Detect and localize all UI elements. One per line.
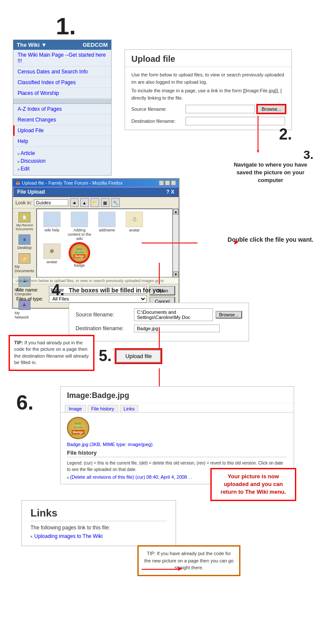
- filename-label: File name:: [16, 287, 46, 292]
- file-item-addname[interactable]: addname: [94, 212, 119, 232]
- left-icon-recent[interactable]: 📄 My Recent Documents: [15, 212, 34, 231]
- filled-form: Source filename: C:\Documents and Settin…: [69, 303, 249, 341]
- file-item-avatar1[interactable]: ☃ avatar: [122, 212, 147, 232]
- result-badge-icon: Wiki Guide Badge: [67, 417, 89, 439]
- scroll-down-btn[interactable]: ▼: [173, 271, 179, 277]
- wiki-header-right: GEDCOM: [83, 42, 108, 48]
- dest-input[interactable]: [185, 117, 285, 125]
- filled-source-row: Source filename: C:\Documents and Settin…: [76, 308, 242, 321]
- filled-source-value: C:\Documents and Settings\Caroline\My Do…: [134, 308, 213, 321]
- firefox-icon: 🦊: [15, 181, 20, 185]
- desktop-label: Desktop: [17, 246, 31, 250]
- browse-button-top[interactable]: Browse...: [258, 105, 285, 113]
- wiki-nav-census[interactable]: Census Dates and Search Info: [13, 67, 111, 77]
- nav-back[interactable]: ◄: [70, 198, 79, 207]
- wiki-header[interactable]: The Wiki ▼ GEDCOM: [13, 40, 111, 50]
- wiki-nav-worship[interactable]: Places of Worship: [13, 88, 111, 99]
- step3-text: Navigate to where you have saved the pic…: [228, 161, 313, 185]
- wiki-sidebar: The Wiki ▼ GEDCOM The Wiki Main Page --G…: [13, 39, 112, 176]
- file-item-badge[interactable]: Wiki Guide Badge badge: [67, 243, 92, 267]
- upload-panel-body: Use the form below to upload files, to v…: [125, 67, 292, 130]
- filled-dest-row: Destination filename: Badge.jpg: [76, 325, 242, 332]
- mydocs-label: My Documents: [15, 264, 34, 273]
- wiki-footer: Article Discussion Edit: [13, 147, 111, 175]
- addcontent-label: Adding content to the wiki: [67, 228, 92, 241]
- nav-folder[interactable]: 📁: [91, 198, 99, 207]
- file-dialog-close-hint: ? X: [166, 189, 174, 195]
- result-tabs: Image File history Links: [61, 403, 294, 413]
- step1-number: 1.: [56, 12, 76, 40]
- wiki-article-link[interactable]: Article: [18, 149, 107, 157]
- tip-box-1: TIP: If you had already put in the code …: [9, 335, 94, 371]
- file-dialog-toolbar: Look in: Guides ◄ ▲ 📁 ▦ 🔧: [13, 197, 179, 209]
- result-tab-history[interactable]: File history: [88, 405, 118, 412]
- tip1-label: TIP:: [14, 340, 23, 345]
- avatar2-icon: ❄: [43, 243, 61, 259]
- nav-view[interactable]: ▦: [101, 198, 109, 207]
- upload-panel-top: Upload file Use the form below to upload…: [125, 49, 292, 130]
- links-section: Links The following pages link to this f…: [21, 500, 176, 546]
- source-label: Source filename:: [131, 106, 183, 113]
- file-item-avatar2[interactable]: ❄ avatar: [39, 243, 64, 264]
- addname-icon: [98, 212, 115, 227]
- firefox-titlebar: 🦊 Upload file - Family Tree Forum - Mozi…: [13, 179, 179, 187]
- file-dialog-scrollbar[interactable]: ▲ ▼: [173, 209, 179, 277]
- wiki-nav-upload[interactable]: Upload File: [13, 125, 111, 136]
- file-item-wikihelp[interactable]: wiki help: [39, 212, 64, 232]
- badge-icon: Wiki Guide Badge: [70, 243, 89, 262]
- recent-docs-icon: 📄: [18, 212, 30, 222]
- upload-file-button[interactable]: Upload file: [116, 349, 161, 363]
- file-dialog-inner-title: File Upload ? X: [13, 187, 179, 197]
- filled-dest-label: Destination filename:: [76, 325, 131, 331]
- addcontent-icon: [71, 212, 88, 227]
- result-tab-image[interactable]: Image: [65, 405, 86, 412]
- nav-up[interactable]: ▲: [80, 198, 89, 207]
- firefox-close[interactable]: ×: [171, 180, 176, 185]
- result-title: Image:Badge.jpg: [61, 387, 294, 403]
- badge-label: badge: [74, 263, 85, 267]
- arrow-right-2: ▶: [178, 565, 182, 571]
- upload-panel-title: Upload file: [125, 50, 292, 67]
- wiki-nav-recent[interactable]: Recent Changes: [13, 115, 111, 125]
- step5-number: 5.: [99, 347, 112, 365]
- firefox-maximize[interactable]: □: [165, 180, 170, 185]
- scroll-up-btn[interactable]: ▲: [173, 209, 179, 215]
- wiki-nav-separator: [13, 99, 111, 104]
- wiki-nav-classified[interactable]: Classified Index of Pages: [13, 77, 111, 88]
- wiki-edit-link[interactable]: Edit: [18, 165, 107, 173]
- firefox-minimize[interactable]: _: [159, 180, 164, 185]
- links-body: The following pages link to this file:: [30, 525, 167, 531]
- file-dialog-main-area[interactable]: wiki help Adding content to the wiki add…: [36, 209, 173, 277]
- tip1-text: If you had already put in the code for t…: [14, 340, 89, 365]
- left-icon-mydocs[interactable]: 📁 My Documents: [15, 253, 34, 273]
- file-item-addcontent[interactable]: Adding content to the wiki: [67, 212, 92, 241]
- desktop-icon: 🖥: [18, 234, 30, 245]
- result-tab-links[interactable]: Links: [120, 405, 139, 412]
- links-list-item[interactable]: Uploading images to The Wiki: [30, 533, 167, 539]
- firefox-title-controls: _ □ ×: [159, 180, 176, 185]
- step6-number: 6.: [16, 391, 33, 414]
- nav-tools[interactable]: 🔧: [111, 198, 120, 207]
- step4-number: 4.: [52, 281, 64, 299]
- wiki-nav-az[interactable]: A-Z Index of Pages: [13, 104, 111, 115]
- addname-label: addname: [99, 228, 115, 232]
- browse-button-filled[interactable]: Browse...: [216, 311, 242, 319]
- source-input[interactable]: [185, 105, 255, 113]
- avatar2-label: avatar: [46, 260, 57, 264]
- wiki-nav-main-page[interactable]: The Wiki Main Page --Get started here !!…: [13, 50, 111, 67]
- left-icon-desktop[interactable]: 🖥 Desktop: [17, 234, 31, 250]
- step4-text: The boxes will be filled in for you.: [69, 287, 165, 294]
- file-dialog-content: 📄 My Recent Documents 🖥 Desktop 📁 My Doc…: [13, 209, 179, 277]
- step2-number: 2.: [279, 125, 292, 143]
- lookin-value[interactable]: Guides: [34, 199, 68, 206]
- file-dialog-title-text: File Upload: [17, 189, 45, 195]
- wikihelp-icon: [43, 212, 61, 227]
- arrow-right-1: ▶: [234, 239, 238, 245]
- scroll-track: [173, 215, 179, 271]
- wiki-nav-help[interactable]: Help: [13, 136, 111, 147]
- recent-docs-label: My Recent Documents: [15, 223, 34, 231]
- wiki-discussion-link[interactable]: Discussion: [18, 157, 107, 165]
- result-filename[interactable]: Badge.jpg (3KB, MIME type: image/jpeg): [67, 442, 287, 447]
- step4-area: 4. The boxes will be filled in for you.: [52, 281, 165, 299]
- source-filename-row: Source filename: Browse...: [131, 105, 285, 113]
